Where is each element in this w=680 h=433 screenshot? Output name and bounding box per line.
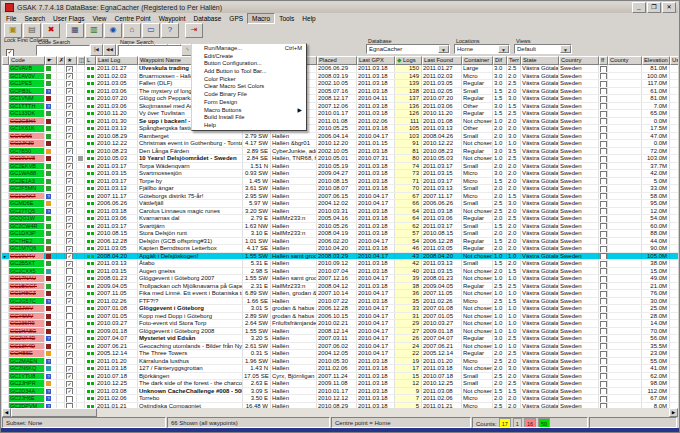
column-header-extra[interactable]: ◫ xyxy=(77,56,85,65)
chevron-down-icon[interactable]: ▼ xyxy=(498,45,509,53)
found-checkbox[interactable]: ✓ xyxy=(66,201,73,207)
ftf-checkbox[interactable] xyxy=(600,81,607,87)
found-checkbox[interactable]: ✓ xyxy=(66,261,73,267)
ftf-checkbox[interactable] xyxy=(600,73,607,79)
found-checkbox[interactable]: ✓ xyxy=(66,103,73,109)
ftf-checkbox[interactable] xyxy=(600,156,607,162)
found-checkbox[interactable]: ✓ xyxy=(66,231,73,237)
table-row[interactable]: GC133DK✓2010.11.20Vy över Tuvlistan2010.… xyxy=(2,110,678,118)
table-row[interactable]: GCQG1W✓2011.03.06Kvarnarnas dal2.79 EHal… xyxy=(2,215,678,223)
table-row[interactable]: GC1DX3P✓2010.08.15Stora Delsjön runt3.10… xyxy=(2,230,678,238)
menu-database[interactable]: Database xyxy=(190,14,226,23)
exit-icon[interactable]: ⇥ xyxy=(185,23,203,38)
help-icon[interactable]: ? xyxy=(161,23,179,38)
found-checkbox[interactable]: ✓ xyxy=(66,276,73,282)
column-header-placed[interactable]: Placed xyxy=(317,56,357,65)
found-checkbox[interactable]: ✓ xyxy=(66,118,73,124)
table-row[interactable]: GC1PE5✓2011.03.05Fallen (DLF)2002.10.052… xyxy=(2,80,678,88)
macro-menu-item-clear-macro-set-colors[interactable]: Clear Macro Set Colors xyxy=(192,83,306,91)
chevron-down-icon[interactable]: ▼ xyxy=(438,45,449,53)
column-header-flags[interactable]: L xyxy=(85,56,96,65)
minimize-button[interactable]: _ xyxy=(632,2,646,13)
column-header-gutter[interactable] xyxy=(2,56,9,65)
table-row[interactable]: GC1K61K✓2011.03.13Spångbergska fastighet… xyxy=(2,125,678,133)
table-row[interactable]: GC27TQ5?✓2011.03.18Carolus Linnaeus magi… xyxy=(2,208,678,216)
ftf-checkbox[interactable] xyxy=(600,111,607,117)
found-checkbox[interactable]: ✓ xyxy=(66,216,73,222)
column-header-logs[interactable]: ◆ Logs xyxy=(395,56,422,65)
scroll-right-icon[interactable]: ▶ xyxy=(669,408,678,417)
found-checkbox[interactable]: ✓ xyxy=(66,133,73,139)
ftf-checkbox[interactable] xyxy=(600,253,607,259)
ftf-checkbox[interactable] xyxy=(600,186,607,192)
ftf-checkbox[interactable] xyxy=(600,358,607,364)
table-row[interactable]: GC1H8GZ✓2007.11.05Fika med Linné. Ett ev… xyxy=(2,290,678,298)
name-search-input[interactable] xyxy=(118,45,182,56)
ftf-checkbox[interactable] xyxy=(600,223,607,229)
table-row[interactable]: GCZJWV2007.01.08Glöggevent i Göteborg3.0… xyxy=(2,305,678,313)
found-checkbox[interactable]: ✓ xyxy=(66,186,73,192)
table-row[interactable]: GC2MAEN?2011.01.20Kärralunda lusthus1.96… xyxy=(2,358,678,366)
menu-help[interactable]: Help xyxy=(298,14,319,23)
found-checkbox[interactable]: ✓ xyxy=(66,163,73,169)
globe-icon[interactable]: ◉ xyxy=(104,23,122,38)
ftf-checkbox[interactable] xyxy=(600,171,607,177)
table-row[interactable]: GC1YTU8?✓2010.07.18Björkängen17.05 SECyr… xyxy=(2,373,678,381)
table-row[interactable]: GC2CXX52011.03.15Augen gneiss2.98 SHallé… xyxy=(2,268,678,276)
macro-menu-item-run-manage-[interactable]: Run/Manage...Ctrl+M xyxy=(192,45,306,53)
ftf-checkbox[interactable] xyxy=(600,388,607,394)
ftf-checkbox[interactable] xyxy=(600,261,607,267)
ftf-checkbox[interactable] xyxy=(600,381,607,387)
column-header-gpx[interactable]: Last GPX xyxy=(357,56,395,65)
found-checkbox[interactable]: ✓ xyxy=(66,81,73,87)
column-header-found[interactable]: ★ xyxy=(65,56,77,65)
table-row[interactable]: GC236R92010.03.27Foto-event vid Stora To… xyxy=(2,320,678,328)
found-checkbox[interactable] xyxy=(66,313,73,319)
found-checkbox[interactable]: ✓ xyxy=(66,381,73,387)
table-row[interactable]: GC2F5MN✓2011.03.13Fjällbo ängar3.61 SWHa… xyxy=(2,185,678,193)
chevron-down-icon[interactable]: ▼ xyxy=(560,45,571,53)
ftf-checkbox[interactable] xyxy=(600,351,607,357)
found-checkbox[interactable]: ✓ xyxy=(66,208,73,214)
found-checkbox[interactable]: ✓ xyxy=(66,246,73,252)
print-preview-icon[interactable]: ▤ xyxy=(23,23,41,38)
ftf-checkbox[interactable] xyxy=(600,291,607,297)
table-row[interactable]: GCVAVB✓2011.01.27Ulveskula trading cente… xyxy=(2,65,678,73)
table-row[interactable]: GC1HA8G2009.01.18Glöggevent i Göteborg 2… xyxy=(2,328,678,336)
table-row[interactable]: ►GC19U4V✓2008.04.20Apgält i Delsjöskogen… xyxy=(2,253,678,261)
ftf-checkbox[interactable] xyxy=(600,276,607,282)
ftf-checkbox[interactable] xyxy=(600,178,607,184)
table-row[interactable]: GC7B50✓2010.08.23Den Långa Färden2.89 SE… xyxy=(2,148,678,156)
column-header-country[interactable]: Country xyxy=(559,56,599,65)
found-checkbox[interactable]: ✓ xyxy=(66,178,73,184)
found-checkbox[interactable]: ✓ xyxy=(66,351,73,357)
macro-menu-item-macro-buttons[interactable]: Macro Buttons▶ xyxy=(192,107,306,115)
found-checkbox[interactable]: ✓ xyxy=(66,148,73,154)
found-checkbox[interactable] xyxy=(66,141,73,147)
ftf-checkbox[interactable] xyxy=(600,231,607,237)
found-checkbox[interactable]: ✓ xyxy=(66,373,73,379)
fast-back-icon[interactable]: ◀◀ xyxy=(103,44,116,56)
macro-menu-item-help[interactable]: Help xyxy=(192,122,306,130)
column-header-elev[interactable]: Elevation xyxy=(642,56,670,65)
ftf-checkbox[interactable] xyxy=(600,141,607,147)
column-header-cont[interactable]: Container xyxy=(462,56,493,65)
table-row[interactable]: GC2CW4R✓2011.03.17Svarttjärn1.63 NWHallé… xyxy=(2,223,678,231)
found-checkbox[interactable] xyxy=(66,321,73,327)
ftf-checkbox[interactable] xyxy=(600,208,607,214)
table-row[interactable]: GC2B5XT✓2011.03.13Åtabo5.31 EHallén2010.… xyxy=(2,260,678,268)
ftf-checkbox[interactable] xyxy=(600,88,607,94)
macro-menu-item-button-configuration-[interactable]: Button Configuration... xyxy=(192,60,306,68)
table-row[interactable]: GC1VNM✓2010.07.20Glögg och Pepparkakor 2… xyxy=(2,95,678,103)
column-header-lastf[interactable]: Last Found xyxy=(422,56,462,65)
found-checkbox[interactable] xyxy=(66,306,73,312)
ftf-checkbox[interactable] xyxy=(600,336,607,342)
print-icon[interactable]: ▦ xyxy=(66,23,84,38)
column-header-diff[interactable]: Dif xyxy=(493,56,507,65)
ftf-checkbox[interactable] xyxy=(600,201,607,207)
found-checkbox[interactable]: ✓ xyxy=(66,298,73,304)
table-row[interactable]: GC2EKVB✓2011.03.17Torpa Wädenqvarn1.51 N… xyxy=(2,163,678,171)
ftf-checkbox[interactable] xyxy=(600,298,607,304)
table-row[interactable]: GC2E1A3✓2011.03.17Torpe by1.45 WHallén20… xyxy=(2,178,678,186)
found-checkbox[interactable]: ✓ xyxy=(66,193,73,199)
